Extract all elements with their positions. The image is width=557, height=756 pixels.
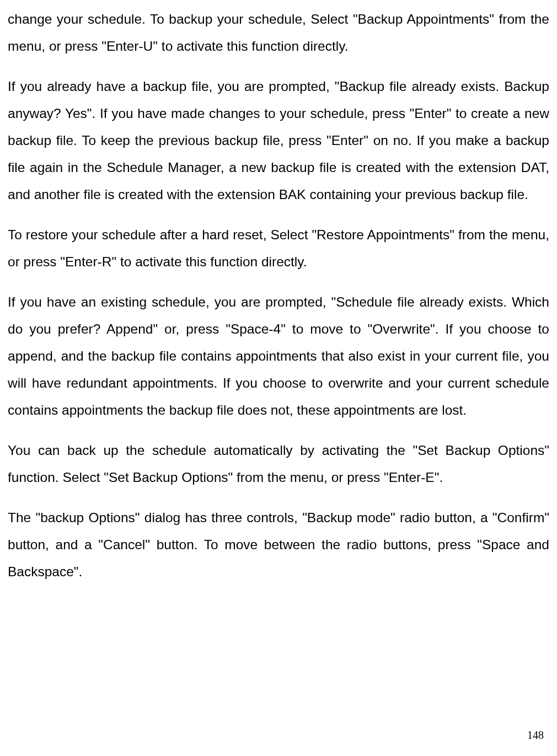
paragraph-1: change your schedule. To backup your sch…: [8, 6, 549, 60]
document-body: change your schedule. To backup your sch…: [8, 6, 549, 585]
paragraph-6: The "backup Options" dialog has three co…: [8, 504, 549, 585]
page-number: 148: [527, 730, 544, 741]
paragraph-3: To restore your schedule after a hard re…: [8, 221, 549, 275]
paragraph-2: If you already have a backup file, you a…: [8, 73, 549, 208]
paragraph-4: If you have an existing schedule, you ar…: [8, 288, 549, 423]
paragraph-5: You can back up the schedule automatical…: [8, 437, 549, 491]
